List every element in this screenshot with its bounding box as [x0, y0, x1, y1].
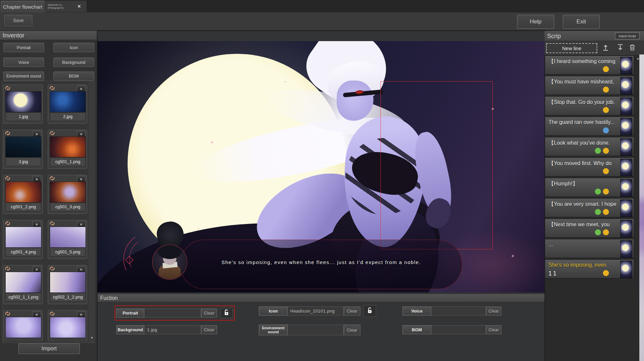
- portrait-lock-button[interactable]: [220, 308, 233, 318]
- inventory-scrollbar[interactable]: [89, 82, 95, 342]
- status-dots: [595, 229, 609, 235]
- icon-lock-button[interactable]: [363, 305, 376, 317]
- move-line-down-button[interactable]: [615, 44, 625, 52]
- bgm-clear-button[interactable]: Clear: [486, 325, 501, 334]
- scroll-down-icon[interactable]: ▼: [89, 335, 95, 340]
- portrait-field-row: Portrait Clear: [116, 309, 233, 318]
- script-line-item[interactable]: 【Humph!】: [545, 178, 634, 197]
- category-icon-button[interactable]: Icon: [53, 43, 94, 52]
- background-clear-button[interactable]: Clear: [201, 325, 217, 334]
- icon-field-label[interactable]: Icon: [259, 307, 288, 316]
- portrait-selection-rectangle[interactable]: [380, 81, 493, 249]
- move-line-up-button[interactable]: [601, 44, 611, 52]
- tab-chapter-flowchart[interactable]: Chapter flowchart: [1, 1, 45, 13]
- background-field-label[interactable]: Background: [116, 325, 144, 334]
- replace-asset-icon[interactable]: [49, 86, 55, 90]
- inventory-item-card[interactable]: ✕ cg502_1_2.png: [48, 265, 87, 304]
- script-line-item[interactable]: The guard ran over hastily...: [545, 117, 634, 136]
- category-bgm-button[interactable]: BGM: [53, 72, 94, 81]
- replace-asset-icon[interactable]: [5, 311, 10, 316]
- help-button[interactable]: Help: [517, 15, 554, 29]
- save-button[interactable]: Save: [4, 15, 32, 26]
- script-line-item[interactable]: 【You are very smart. I hope: [545, 198, 634, 217]
- replace-asset-icon[interactable]: [5, 266, 10, 271]
- file-name: cg501_1.png: [50, 157, 86, 166]
- portrait-clear-button[interactable]: Clear: [201, 309, 217, 318]
- voice-field-label[interactable]: Voice: [402, 307, 431, 316]
- environment-sound-field-label[interactable]: Environment sound: [259, 325, 288, 335]
- replace-asset-icon[interactable]: [49, 131, 55, 135]
- portrait-field-value[interactable]: [144, 309, 201, 318]
- game-preview-canvas[interactable]: She's so imposing, even when she flees..…: [98, 41, 544, 292]
- voice-clear-button[interactable]: Clear: [486, 307, 501, 316]
- inventory-item-card[interactable]: ✕ cg502_1_1.png: [3, 265, 43, 304]
- inventory-item-card[interactable]: ✕ cg501_5.png: [48, 220, 87, 259]
- replace-asset-icon[interactable]: [5, 86, 10, 90]
- script-line-item[interactable]: 【Next time we meet, you: [545, 219, 634, 238]
- category-voice-button[interactable]: Voice: [3, 57, 44, 67]
- script-line-item[interactable]: ...: [545, 239, 634, 258]
- voice-field-value[interactable]: [431, 307, 486, 316]
- inventory-item-card[interactable]: ✕ cg501_3.png: [48, 175, 87, 214]
- delete-line-button[interactable]: [628, 44, 637, 52]
- thumbnail-image: [5, 136, 41, 157]
- thumbnail-image: [50, 272, 86, 293]
- script-line-thumbnail: [620, 220, 632, 237]
- new-line-button[interactable]: New line: [546, 43, 597, 53]
- replace-asset-icon[interactable]: [49, 311, 55, 316]
- portrait-field-label[interactable]: Portrait: [116, 309, 144, 318]
- import-script-button[interactable]: Import Script: [615, 32, 640, 39]
- exit-button[interactable]: Exit: [563, 15, 600, 29]
- inventory-item-card[interactable]: ✕ 3.jpg: [3, 130, 43, 169]
- environment-sound-field-row: Environment sound Clear: [259, 325, 360, 335]
- thumbnail-image: [5, 182, 41, 203]
- environment-sound-clear-button[interactable]: Clear: [344, 325, 360, 335]
- category-portrait-button[interactable]: Portrait: [3, 43, 44, 52]
- inventory-item-card[interactable]: ✕ cg501_2.png: [3, 175, 43, 214]
- thumbnail-image: [50, 136, 86, 157]
- avatar-frame: [152, 244, 187, 280]
- inventory-item-card[interactable]: ✕ cg501_4.png: [3, 220, 43, 259]
- icon-clear-button[interactable]: Clear: [344, 307, 360, 316]
- file-name: 3.jpg: [6, 157, 41, 166]
- script-line-text: ...: [548, 242, 553, 248]
- background-field-value[interactable]: 1.jpg: [144, 325, 201, 334]
- inventory-item-card[interactable]: ✕ 2.jpg: [48, 85, 87, 124]
- script-line-thumbnail: [620, 200, 632, 217]
- replace-asset-icon[interactable]: [5, 176, 10, 180]
- script-line-item[interactable]: 【Stop that. Go do your job.: [545, 96, 634, 115]
- portrait-field-highlight: Portrait Clear: [115, 306, 235, 321]
- script-line-item[interactable]: 【You moved first. Why do: [545, 157, 634, 176]
- environment-sound-field-value[interactable]: [288, 325, 344, 335]
- bgm-field-value[interactable]: [431, 325, 486, 334]
- status-dots: [603, 168, 609, 174]
- inventory-item-card[interactable]: ✕: [48, 310, 87, 342]
- icon-field-value[interactable]: HeadIcon_10101.png: [288, 307, 344, 316]
- dialogue-text: She's so imposing, even when she flees..…: [180, 259, 462, 265]
- script-line-item[interactable]: 【I heard something coming: [545, 55, 634, 75]
- inventory-panel-title: Inventor: [0, 31, 97, 40]
- replace-asset-icon[interactable]: [49, 266, 55, 271]
- inventory-item-card[interactable]: ✕ cg501_1.png: [48, 130, 87, 169]
- script-line-thumbnail: [620, 138, 632, 156]
- status-dot-yellow: [603, 209, 609, 215]
- replace-asset-icon[interactable]: [5, 131, 10, 135]
- script-line-item[interactable]: She's so imposing, even 11: [545, 259, 634, 278]
- dialogue-box: She's so imposing, even when she flees..…: [180, 240, 462, 289]
- tab-episode-paragraph[interactable]: (Episode 1)-(Paragraph4) ✕: [44, 1, 87, 12]
- close-tab-icon[interactable]: ✕: [77, 4, 81, 9]
- script-line-item[interactable]: 【You must have misheard,: [545, 76, 634, 95]
- inventory-item-card[interactable]: ✕ 1.jpg: [3, 85, 43, 124]
- bgm-field-label[interactable]: BGM: [402, 325, 431, 334]
- inventory-item-card[interactable]: ✕: [3, 310, 43, 342]
- category-environment-sound-button[interactable]: Environment sound: [3, 72, 44, 81]
- script-line-item[interactable]: 【Look what you've done.: [545, 137, 634, 156]
- replace-asset-icon[interactable]: [49, 176, 55, 180]
- replace-asset-icon[interactable]: [49, 221, 55, 226]
- category-background-button[interactable]: Background: [53, 57, 94, 67]
- scene-petal: [211, 141, 213, 143]
- import-button[interactable]: Import: [18, 343, 80, 354]
- replace-asset-icon[interactable]: [5, 221, 10, 226]
- scene-petal: [198, 228, 199, 230]
- screen-edge-artifact: [639, 54, 644, 361]
